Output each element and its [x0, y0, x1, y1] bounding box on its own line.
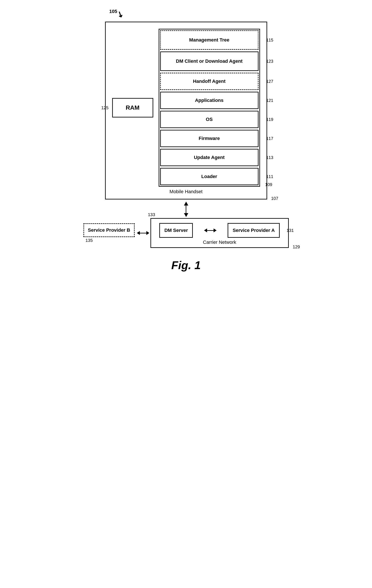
handset-ref-label: 105: [109, 9, 117, 14]
component-stack: 109 Management Tree 115 DM Client or Dow…: [159, 29, 260, 187]
sp-b-ref-area: 135: [83, 237, 135, 243]
h-arrow-dm-spa: [204, 229, 217, 232]
figure-label: Fig. 1: [171, 259, 201, 272]
handoff-agent-box: Handoff Agent: [160, 73, 259, 90]
handset-label-area: 105 ↘: [83, 9, 289, 22]
ref-115: 115: [266, 38, 273, 43]
arrow-right-icon: [146, 231, 149, 235]
ref-133: 133: [148, 212, 155, 217]
carrier-row: Service Provider B 135 133 DM: [83, 218, 289, 248]
handset-outer-box: 107 125 RAM 109 Management Tr: [105, 22, 267, 200]
service-provider-a-label: Service Provider A: [232, 228, 275, 233]
service-provider-b-box: Service Provider B: [83, 223, 135, 237]
h-line-2: [207, 230, 213, 231]
ram-section: 125 RAM: [112, 98, 153, 117]
applications-label: Applications: [195, 98, 223, 103]
comp-row-firmware: Firmware 117: [159, 129, 259, 148]
ref-119: 119: [266, 117, 273, 122]
dm-server-label: DM Server: [164, 228, 188, 233]
comp-row-apps: Applications 121: [159, 91, 259, 110]
arrow-down-icon: [184, 213, 188, 217]
firmware-box: Firmware: [160, 130, 259, 147]
carrier-inner: DM Server Service Provider A 131: [155, 223, 284, 238]
dm-server-box: DM Server: [159, 223, 193, 238]
ram-label: RAM: [126, 104, 140, 111]
update-agent-box: Update Agent: [160, 149, 259, 166]
ref-117: 117: [266, 136, 273, 141]
comp-row-handoff: Handoff Agent 127: [159, 72, 259, 91]
comp-row-os: OS 119: [159, 110, 259, 129]
os-label: OS: [206, 117, 213, 122]
dm-client-box: DM Client or Download Agent: [160, 52, 259, 71]
arrow-right-2-icon: [213, 229, 217, 232]
ref-129: 129: [293, 244, 300, 249]
ref-109: 109: [265, 182, 272, 187]
ref-135: 135: [86, 238, 93, 243]
management-tree-box: Management Tree: [160, 30, 259, 50]
arrow-up-icon: [184, 202, 188, 206]
page-container: 105 ↘ 107 125 RAM 109: [78, 9, 294, 272]
comp-row-loader: Loader 111: [159, 167, 259, 186]
ref-123: 123: [266, 59, 273, 64]
h-line: [140, 233, 146, 233]
arrow-left-2-icon: [204, 229, 207, 232]
handset-name: Mobile Handset: [112, 189, 260, 194]
loader-label: Loader: [201, 174, 217, 179]
dm-client-label: DM Client or Download Agent: [176, 58, 242, 64]
vert-line: [186, 206, 186, 213]
applications-box: Applications: [160, 92, 259, 109]
ram-ref: 125: [101, 105, 109, 110]
ref-127: 127: [266, 79, 273, 84]
ref-107: 107: [271, 196, 278, 201]
ref-131: 131: [287, 228, 294, 233]
comp-row-mgmt: Management Tree 115: [159, 29, 259, 51]
sp-b-wrapper: Service Provider B 135: [83, 223, 135, 243]
handoff-agent-label: Handoff Agent: [193, 79, 226, 84]
arrow-left-icon: [137, 231, 140, 235]
ref-121: 121: [266, 98, 273, 103]
loader-box: Loader: [160, 168, 259, 185]
spa-wrapper: Service Provider A 131: [228, 223, 280, 238]
h-double-arrow-spb: [137, 231, 149, 235]
ram-box: RAM: [112, 98, 153, 117]
ref-113: 113: [266, 155, 273, 160]
service-provider-b-label: Service Provider B: [88, 227, 130, 233]
os-box: OS: [160, 111, 259, 128]
comp-row-update: Update Agent 113: [159, 148, 259, 167]
comp-row-dm: DM Client or Download Agent 123: [159, 51, 259, 72]
service-provider-a-box: Service Provider A: [228, 223, 280, 238]
update-agent-label: Update Agent: [194, 155, 225, 160]
carrier-network-box: 133 DM Server Service: [151, 218, 289, 248]
firmware-label: Firmware: [199, 136, 220, 141]
management-tree-label: Management Tree: [189, 37, 229, 43]
vert-arrow-area: [105, 202, 267, 217]
handset-content: 125 RAM 109 Management Tree 115: [112, 29, 260, 187]
ref-111: 111: [266, 174, 273, 179]
carrier-network-label: Carrier Network: [155, 240, 284, 245]
